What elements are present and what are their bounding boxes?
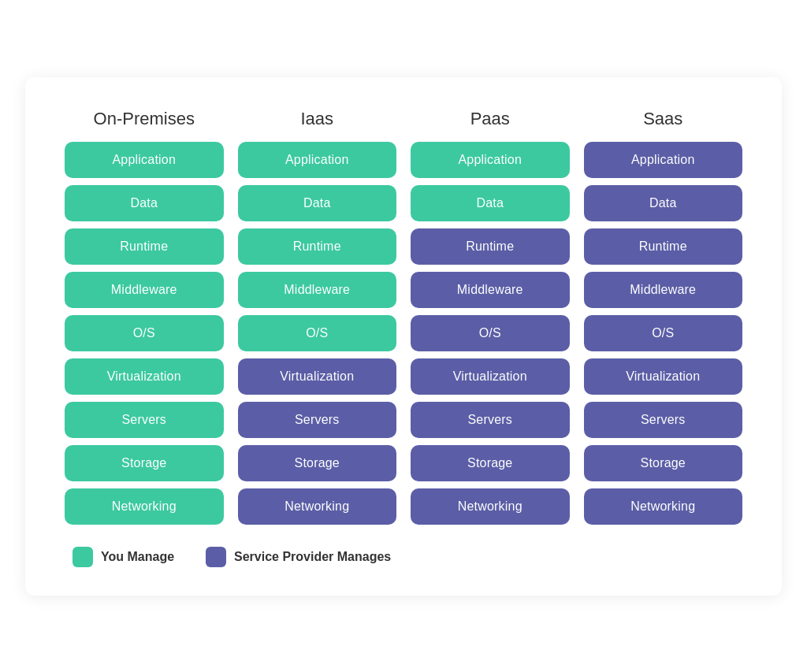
legend: You Manage Service Provider Manages: [65, 547, 742, 567]
cell-paas-data: Data: [411, 185, 570, 221]
column-paas: PaasApplicationDataRuntimeMiddlewareO/SV…: [411, 109, 570, 525]
legend-label-purple: Service Provider Manages: [234, 550, 391, 564]
cell-on-premises-o-s: O/S: [65, 315, 224, 351]
cell-on-premises-virtualization: Virtualization: [65, 358, 224, 395]
cell-paas-application: Application: [411, 142, 570, 178]
column-header-iaas: Iaas: [300, 109, 333, 129]
chart-container: On-PremisesApplicationDataRuntimeMiddlew…: [25, 77, 782, 596]
column-header-on-premises: On-Premises: [94, 109, 195, 129]
cell-paas-storage: Storage: [411, 445, 570, 481]
cell-iaas-middleware: Middleware: [238, 272, 397, 308]
cell-saas-storage: Storage: [584, 445, 743, 481]
column-header-saas: Saas: [643, 109, 682, 129]
cell-paas-runtime: Runtime: [411, 228, 570, 265]
cell-saas-networking: Networking: [584, 488, 743, 525]
cell-saas-runtime: Runtime: [584, 228, 743, 265]
column-iaas: IaasApplicationDataRuntimeMiddlewareO/SV…: [238, 109, 397, 525]
cell-saas-data: Data: [584, 185, 743, 221]
cell-on-premises-data: Data: [65, 185, 224, 221]
cells-saas: ApplicationDataRuntimeMiddlewareO/SVirtu…: [584, 142, 743, 525]
cells-on-premises: ApplicationDataRuntimeMiddlewareO/SVirtu…: [65, 142, 224, 525]
cell-saas-middleware: Middleware: [584, 272, 743, 308]
cell-iaas-servers: Servers: [238, 402, 397, 438]
cell-paas-o-s: O/S: [411, 315, 570, 351]
cells-iaas: ApplicationDataRuntimeMiddlewareO/SVirtu…: [238, 142, 397, 525]
column-on-premises: On-PremisesApplicationDataRuntimeMiddlew…: [65, 109, 224, 525]
cell-paas-middleware: Middleware: [411, 272, 570, 308]
cell-paas-servers: Servers: [411, 402, 570, 438]
cell-iaas-o-s: O/S: [238, 315, 397, 351]
legend-label-green: You Manage: [101, 550, 174, 564]
legend-item-purple: Service Provider Manages: [206, 547, 391, 567]
cell-iaas-storage: Storage: [238, 445, 397, 481]
cell-iaas-runtime: Runtime: [238, 228, 397, 265]
cell-on-premises-networking: Networking: [65, 488, 224, 525]
cell-saas-virtualization: Virtualization: [584, 358, 743, 395]
cell-iaas-application: Application: [238, 142, 397, 178]
legend-item-green: You Manage: [73, 547, 174, 567]
column-saas: SaasApplicationDataRuntimeMiddlewareO/SV…: [584, 109, 743, 525]
cell-iaas-networking: Networking: [238, 488, 397, 525]
cell-saas-application: Application: [584, 142, 743, 178]
cell-on-premises-storage: Storage: [65, 445, 224, 481]
columns-wrapper: On-PremisesApplicationDataRuntimeMiddlew…: [65, 109, 742, 525]
column-header-paas: Paas: [470, 109, 510, 129]
legend-box-green: [73, 547, 93, 567]
cell-iaas-data: Data: [238, 185, 397, 221]
cell-on-premises-servers: Servers: [65, 402, 224, 438]
cell-paas-networking: Networking: [411, 488, 570, 525]
cell-paas-virtualization: Virtualization: [411, 358, 570, 395]
cell-saas-servers: Servers: [584, 402, 743, 438]
legend-box-purple: [206, 547, 226, 567]
cells-paas: ApplicationDataRuntimeMiddlewareO/SVirtu…: [411, 142, 570, 525]
cell-saas-o-s: O/S: [584, 315, 743, 351]
cell-on-premises-application: Application: [65, 142, 224, 178]
cell-on-premises-middleware: Middleware: [65, 272, 224, 308]
cell-iaas-virtualization: Virtualization: [238, 358, 397, 395]
cell-on-premises-runtime: Runtime: [65, 228, 224, 265]
